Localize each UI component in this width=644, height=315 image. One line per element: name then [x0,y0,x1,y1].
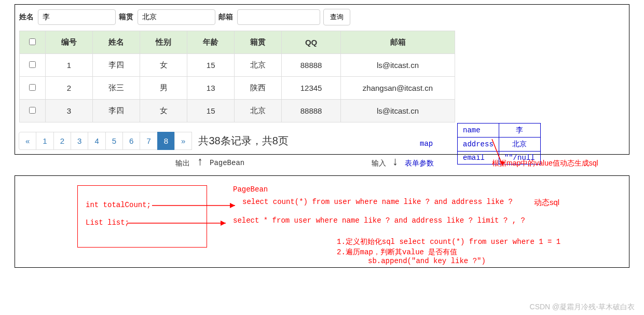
pager-page-6[interactable]: 6 [122,132,140,150]
dynamic-sql-label: 动态sql [534,198,559,208]
pager-page-2[interactable]: 2 [53,132,71,150]
cell-age: 15 [187,100,235,122]
cell-qq: 88888 [282,100,341,122]
pager-page-7[interactable]: 7 [140,132,157,150]
form-params-label: 表单参数 [405,159,434,168]
cell-age: 15 [187,54,235,77]
col-qq: QQ [282,31,341,54]
list-field: List list; [86,218,129,227]
results-table: 编号 姓名 性别 年龄 籍贯 QQ 邮箱 1 李四 女 15 北京 88888 … [19,31,455,122]
sql-count: select count(*) from user where name lik… [242,198,513,206]
cell-email: ls@itcast.cn [341,100,455,122]
col-age: 年龄 [187,31,235,54]
map-val: 李 [499,124,540,138]
email-input[interactable] [237,9,320,25]
svg-marker-3 [230,203,235,208]
search-panel: 姓名 籍贯 邮箱 查询 编号 姓名 性别 年龄 籍贯 QQ 邮箱 1 李四 女 … [15,4,629,155]
select-all-checkbox[interactable] [29,38,36,45]
cell-origin: 北京 [235,100,282,122]
cell-gender: 男 [140,77,187,100]
map-val: 北京 [499,138,540,152]
cell-qq: 12345 [282,77,341,100]
cell-id: 3 [46,100,93,122]
pagebean-box [77,185,207,248]
col-email: 邮箱 [341,31,455,54]
cell-id: 1 [46,54,93,77]
explanation-panel: int totalCount; List list; PageBean sele… [15,175,629,268]
col-name: 姓名 [93,31,140,54]
svg-marker-5 [221,221,226,226]
cell-name: 张三 [93,77,140,100]
col-gender: 性别 [140,31,187,54]
search-form: 姓名 籍贯 邮箱 查询 [19,9,625,25]
pagebean-label: PageBean [210,159,244,167]
cell-gender: 女 [140,100,187,122]
search-button[interactable]: 查询 [323,9,350,25]
flow-labels: 输出 ↑ PageBean 输入 ↓ 表单参数 根据map中的value值动态生… [15,155,629,175]
cell-id: 2 [46,77,93,100]
map-label: map [420,140,433,148]
col-id: 编号 [46,31,93,54]
row-checkbox[interactable] [29,107,36,114]
email-label: 邮箱 [218,12,233,22]
row-checkbox[interactable] [29,84,36,91]
table-row: 1 李四 女 15 北京 88888 ls@itcast.cn [20,54,455,77]
pager-prev[interactable]: « [19,132,36,150]
col-origin: 籍贯 [235,31,282,54]
pager-page-1[interactable]: 1 [36,132,53,150]
cell-age: 13 [187,77,235,100]
pager-page-5[interactable]: 5 [105,132,123,150]
name-label: 姓名 [19,12,34,22]
cell-qq: 88888 [282,54,341,77]
arrow-up-icon: ↑ [197,155,203,168]
table-row: 3 李四 女 15 北京 88888 ls@itcast.cn [20,100,455,122]
pager-page-3[interactable]: 3 [71,132,88,150]
table-row: 2 张三 男 13 陕西 12345 zhangsan@itcast.cn [20,77,455,100]
cell-email: ls@itcast.cn [341,54,455,77]
cell-email: zhangsan@itcast.cn [341,77,455,100]
pagebean-title: PageBean [233,185,268,194]
map-key: name [458,124,499,138]
pager-page-4[interactable]: 4 [88,132,105,150]
step-2: 2.遍历map，判断其value 是否有值 [337,248,457,257]
input-label: 输入 [372,159,386,168]
cell-name: 李四 [93,54,140,77]
cell-name: 李四 [93,100,140,122]
origin-input[interactable] [138,9,215,25]
output-label: 输出 [175,159,190,168]
pager-page-8[interactable]: 8 [157,132,175,150]
pager-next[interactable]: » [174,132,192,150]
sql-select: select * from user where name like ? and… [233,216,525,225]
pager-info: 共38条记录，共8页 [198,134,288,148]
map-key: address [458,138,499,152]
cell-origin: 北京 [235,54,282,77]
arrow-down-icon: ↓ [392,155,398,168]
name-input[interactable] [38,9,116,25]
table-header-row: 编号 姓名 性别 年龄 籍贯 QQ 邮箱 [20,31,455,54]
total-count-field: int totalCount; [86,201,151,209]
cell-gender: 女 [140,54,187,77]
map-note: 根据map中的value值动态生成sql [492,159,598,168]
step-3: sb.append("and key like ?") [368,257,486,265]
origin-label: 籍贯 [119,12,133,22]
row-checkbox[interactable] [29,61,36,68]
step-1: 1.定义初始化sql select count(*) from user whe… [337,237,560,246]
cell-origin: 陕西 [235,77,282,100]
